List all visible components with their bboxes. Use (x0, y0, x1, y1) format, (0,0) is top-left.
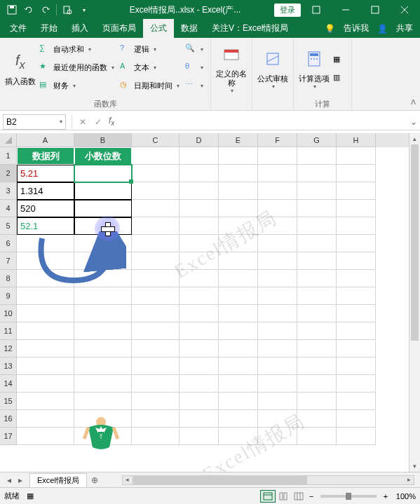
insert-function-button[interactable]: fx 插入函数 (4, 41, 36, 98)
cell[interactable] (132, 200, 179, 217)
cell[interactable] (179, 287, 219, 305)
column-header[interactable]: C (132, 133, 179, 147)
fx-icon-small[interactable]: fx (109, 116, 114, 127)
cell[interactable] (219, 340, 258, 357)
row-header[interactable]: 9 (0, 287, 17, 305)
cell[interactable] (297, 182, 337, 200)
close-icon[interactable] (391, 0, 419, 20)
more-functions-button[interactable]: ⋯▾ (182, 77, 206, 94)
enter-formula-icon[interactable]: ✓ (90, 117, 106, 127)
logical-button[interactable]: ?逻辑▾ (117, 41, 182, 57)
text-button[interactable]: A文本▾ (117, 59, 182, 76)
tab-home[interactable]: 开始 (34, 19, 65, 38)
recent-functions-button[interactable]: ★最近使用的函数▾ (36, 59, 117, 76)
vscroll-thumb[interactable] (411, 144, 419, 341)
column-header[interactable]: F (258, 133, 297, 147)
cell[interactable] (74, 287, 132, 305)
cell[interactable] (258, 410, 297, 428)
cell[interactable] (297, 410, 337, 428)
cell[interactable] (132, 182, 179, 200)
cell[interactable]: 520 (17, 200, 74, 217)
cell[interactable] (179, 235, 219, 252)
row-header[interactable]: 8 (0, 270, 17, 287)
horizontal-scrollbar[interactable]: ◂ ▸ (122, 475, 414, 485)
row-header[interactable]: 15 (0, 393, 17, 410)
undo-icon[interactable] (21, 2, 36, 18)
cell[interactable] (132, 340, 179, 357)
cell[interactable] (179, 305, 219, 322)
add-sheet-button[interactable]: ⊕ (87, 472, 102, 488)
row-header[interactable]: 14 (0, 375, 17, 393)
cell[interactable] (337, 147, 376, 165)
defined-names-button[interactable]: 定义的名称▾ (215, 41, 248, 98)
normal-view-button[interactable] (260, 490, 276, 503)
column-header[interactable]: E (219, 133, 258, 147)
column-header[interactable]: G (297, 133, 337, 147)
cell[interactable] (337, 375, 376, 393)
cell[interactable] (74, 305, 132, 322)
cell[interactable] (17, 357, 74, 375)
cancel-formula-icon[interactable]: ✕ (75, 117, 90, 127)
zoom-out-button[interactable]: − (306, 492, 316, 500)
cell[interactable] (219, 165, 258, 182)
cell[interactable] (219, 393, 258, 410)
cell[interactable] (258, 217, 297, 235)
cell[interactable] (297, 200, 337, 217)
cell[interactable] (74, 165, 132, 182)
cell[interactable] (337, 217, 376, 235)
cell[interactable]: 数据列 (17, 147, 74, 165)
cell[interactable] (179, 182, 219, 200)
row-header[interactable]: 10 (0, 305, 17, 322)
autosum-button[interactable]: ∑自动求和▾ (36, 41, 117, 57)
cell[interactable] (17, 305, 74, 322)
row-header[interactable]: 11 (0, 322, 17, 340)
cell[interactable] (219, 428, 258, 445)
cell[interactable] (337, 340, 376, 357)
cell[interactable] (219, 287, 258, 305)
cell[interactable] (219, 217, 258, 235)
cell[interactable] (297, 252, 337, 270)
cell[interactable] (74, 182, 132, 200)
cell[interactable] (258, 393, 297, 410)
macro-record-icon[interactable]: ▦ (27, 491, 34, 500)
row-header[interactable]: 5 (0, 217, 17, 235)
qat-dropdown-icon[interactable]: ▾ (76, 2, 92, 18)
cell[interactable] (297, 340, 337, 357)
row-header[interactable]: 1 (0, 147, 17, 165)
cell[interactable] (337, 393, 376, 410)
cell[interactable] (74, 375, 132, 393)
name-box-input[interactable] (6, 117, 48, 127)
cell[interactable] (179, 340, 219, 357)
row-header[interactable]: 2 (0, 165, 17, 182)
cell[interactable] (297, 428, 337, 445)
cell[interactable] (179, 252, 219, 270)
cell[interactable] (337, 287, 376, 305)
financial-button[interactable]: ▤财务▾ (36, 77, 117, 94)
cell[interactable] (258, 305, 297, 322)
cell[interactable] (17, 410, 74, 428)
cell[interactable] (132, 410, 179, 428)
cell[interactable] (258, 182, 297, 200)
lookup-button[interactable]: 🔍▾ (182, 41, 206, 57)
zoom-in-button[interactable]: + (381, 492, 391, 500)
scroll-right-icon[interactable]: ▸ (404, 476, 414, 484)
row-header[interactable]: 6 (0, 235, 17, 252)
cell[interactable] (297, 287, 337, 305)
row-header[interactable]: 12 (0, 340, 17, 357)
save-icon[interactable] (4, 2, 20, 18)
cell[interactable] (74, 357, 132, 375)
cell[interactable]: 1.314 (17, 182, 74, 200)
column-header[interactable]: H (337, 133, 376, 147)
cell[interactable] (219, 305, 258, 322)
vertical-scrollbar[interactable]: ▴ ▾ (409, 133, 420, 472)
cell[interactable] (258, 252, 297, 270)
cell[interactable] (179, 147, 219, 165)
cell[interactable] (132, 217, 179, 235)
cell[interactable] (258, 357, 297, 375)
select-all-corner[interactable] (0, 133, 17, 147)
scroll-down-icon[interactable]: ▾ (409, 461, 420, 472)
cell[interactable]: 小数位数 (74, 147, 132, 165)
cell[interactable] (132, 287, 179, 305)
cell[interactable] (74, 322, 132, 340)
column-header[interactable]: D (179, 133, 219, 147)
